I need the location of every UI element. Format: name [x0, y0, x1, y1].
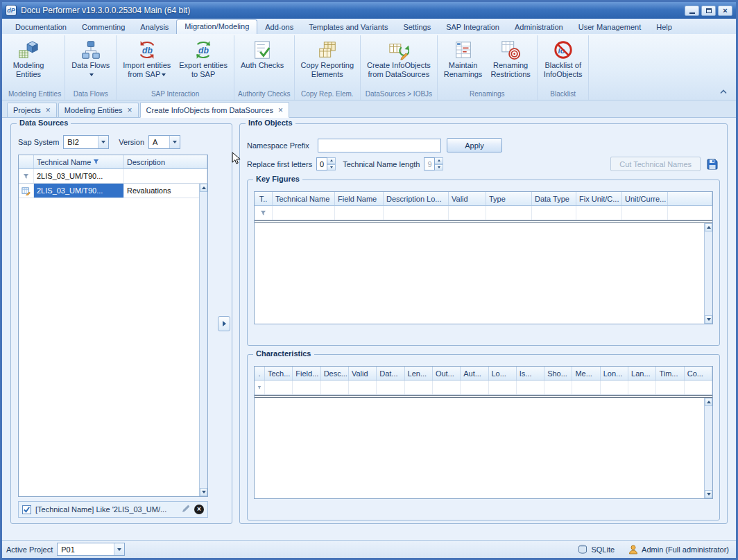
column-header[interactable]: Tim... — [656, 367, 684, 380]
scroll-up-icon[interactable] — [705, 398, 712, 406]
menu-tab-add-ons[interactable]: Add-ons — [257, 21, 301, 34]
chevron-down-icon[interactable] — [98, 136, 108, 148]
technical-name-length-spinner[interactable]: 9 — [424, 157, 443, 170]
filter-expression[interactable]: [Technical Name] Like '2LIS_03_UM/... — [35, 505, 178, 514]
filter-icon[interactable] — [93, 159, 99, 165]
replace-first-letters-spinner[interactable]: 0 — [316, 157, 336, 170]
column-header[interactable]: Sho... — [544, 367, 572, 380]
filter-cell[interactable] — [544, 380, 572, 394]
filter-cell[interactable] — [576, 206, 622, 220]
column-header[interactable]: Description Lo... — [384, 192, 449, 205]
close-icon[interactable]: × — [278, 106, 283, 114]
filter-cell[interactable] — [486, 206, 532, 220]
filter-cell[interactable] — [532, 206, 576, 220]
menu-tab-help[interactable]: Help — [649, 21, 680, 34]
table-row[interactable]: 2LIS_03_UM/T90... Revaluations — [19, 184, 207, 198]
scroll-down-icon[interactable] — [705, 490, 712, 498]
menu-tab-administration[interactable]: Administration — [507, 21, 571, 34]
column-header[interactable]: Lo... — [489, 367, 517, 380]
column-header[interactable]: Field... — [293, 367, 320, 380]
edit-filter-icon[interactable] — [182, 503, 190, 516]
version-select[interactable]: A — [148, 135, 180, 149]
column-header[interactable]: Out... — [433, 367, 461, 380]
vertical-scrollbar[interactable] — [199, 184, 207, 496]
scroll-down-icon[interactable] — [705, 315, 712, 324]
save-button[interactable] — [705, 157, 720, 171]
filter-cell[interactable] — [293, 380, 320, 394]
column-header[interactable]: Dat... — [377, 367, 404, 380]
filter-cell[interactable] — [517, 380, 544, 394]
scroll-up-icon[interactable] — [200, 184, 207, 192]
namespace-prefix-input[interactable] — [318, 139, 441, 152]
filter-cell[interactable] — [321, 380, 349, 394]
spin-down-icon[interactable] — [435, 164, 443, 171]
data-flows-button[interactable]: Data Flows — [67, 35, 114, 80]
create-infoobjects-from-datasources-button[interactable]: Create InfoObjectsfrom DataSources — [363, 35, 435, 80]
column-header[interactable]: T.. — [255, 192, 273, 205]
cut-technical-names-button[interactable]: Cut Technical Names — [610, 157, 701, 171]
menu-tab-sap-integration[interactable]: SAP Integration — [438, 21, 507, 34]
filter-cell[interactable] — [349, 380, 377, 394]
column-header[interactable]: Valid — [349, 367, 377, 380]
filter-cell[interactable] — [461, 380, 488, 394]
technical-name-filter-cell[interactable]: 2LIS_03_UM/T90... — [34, 169, 124, 183]
column-header-description[interactable]: Description — [124, 155, 207, 168]
column-header[interactable]: Field Name — [335, 192, 384, 205]
tab-modeling-entities[interactable]: Modeling Entities× — [58, 103, 139, 117]
scroll-down-icon[interactable] — [200, 488, 207, 496]
maintain-renamings-button[interactable]: MaintainRenamings — [440, 35, 487, 80]
spin-down-icon[interactable] — [327, 164, 336, 171]
menu-tab-analysis[interactable]: Analysis — [132, 21, 176, 34]
filter-cell[interactable] — [628, 380, 656, 394]
filter-cell[interactable] — [405, 380, 433, 394]
maximize-button[interactable] — [701, 6, 716, 16]
minimize-button[interactable] — [685, 6, 699, 16]
active-project-select[interactable]: P01 — [57, 543, 125, 556]
sap-system-select[interactable]: BI2 — [63, 135, 109, 149]
scrollbar-track[interactable] — [705, 406, 712, 490]
filter-cell[interactable] — [335, 206, 384, 220]
menu-tab-templates-and-variants[interactable]: Templates and Variants — [301, 21, 395, 34]
auth-checks-button[interactable]: Auth Checks — [237, 35, 288, 71]
description-filter-cell[interactable] — [124, 169, 207, 183]
technical-name-cell[interactable]: 2LIS_03_UM/T90... — [34, 184, 124, 198]
filter-cell[interactable] — [265, 380, 293, 394]
close-icon[interactable]: × — [46, 106, 51, 114]
column-header[interactable]: Co... — [685, 367, 712, 380]
menu-tab-user-management[interactable]: User Management — [571, 21, 649, 34]
vertical-scrollbar[interactable] — [704, 398, 712, 498]
filter-cell[interactable] — [377, 380, 404, 394]
tab-create-infoobjects-from-datasources[interactable]: Create InfoObjects from DataSources× — [140, 102, 289, 118]
filter-cell[interactable] — [685, 380, 712, 394]
filter-cell[interactable] — [449, 206, 486, 220]
column-header[interactable]: Tech... — [265, 367, 293, 380]
menu-tab-commenting[interactable]: Commenting — [74, 21, 132, 34]
tab-projects[interactable]: Projects× — [7, 103, 57, 117]
menu-tab-settings[interactable]: Settings — [395, 21, 438, 34]
column-header[interactable]: Technical Name — [273, 192, 335, 205]
collapse-ribbon-button[interactable] — [718, 87, 729, 96]
scrollbar-track[interactable] — [705, 231, 712, 315]
column-header[interactable]: Me... — [572, 367, 600, 380]
description-cell[interactable]: Revaluations — [124, 184, 207, 198]
menu-tab-migration-modeling[interactable]: Migration/Modeling — [176, 19, 257, 34]
chevron-down-icon[interactable] — [169, 136, 180, 148]
chevron-down-icon[interactable] — [114, 543, 124, 555]
clear-filter-icon[interactable]: × — [194, 505, 204, 514]
filter-cell[interactable] — [384, 206, 449, 220]
column-header[interactable]: Is... — [517, 367, 544, 380]
modeling-entities-button[interactable]: ModelingEntities — [7, 35, 50, 80]
column-header-technical-name[interactable]: Technical Name — [34, 155, 124, 168]
spin-up-icon[interactable] — [435, 157, 443, 164]
column-header[interactable]: Aut... — [461, 367, 488, 380]
scroll-up-icon[interactable] — [705, 223, 712, 231]
import-entities-from-sap-button[interactable]: db Import entitiesfrom SAP — [119, 35, 175, 80]
filter-cell[interactable] — [273, 206, 335, 220]
filter-cell[interactable] — [433, 380, 461, 394]
filter-cell[interactable] — [572, 380, 600, 394]
column-header[interactable]: Type — [486, 192, 532, 205]
filter-cell[interactable] — [489, 380, 517, 394]
apply-button[interactable]: Apply — [447, 138, 502, 152]
column-header[interactable]: Lan... — [628, 367, 656, 380]
export-entities-to-sap-button[interactable]: db Export entitiesto SAP — [175, 35, 232, 80]
